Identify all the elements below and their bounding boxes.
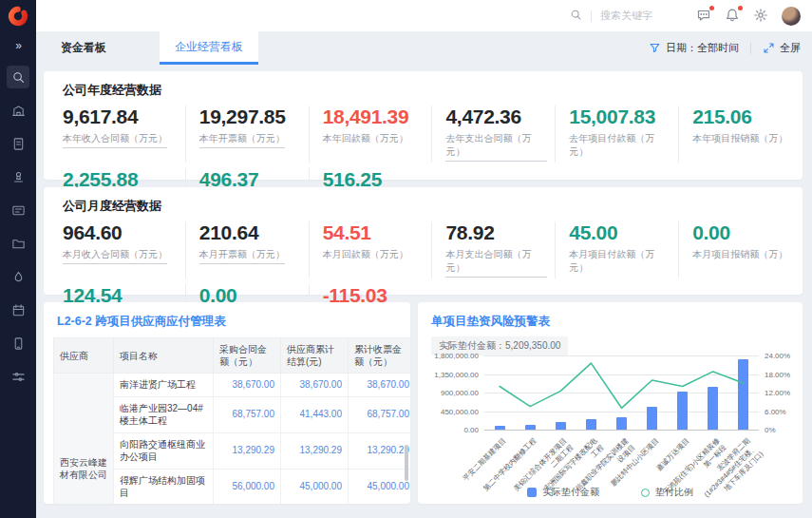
sliders-icon[interactable] — [7, 365, 29, 388]
metric: 18,491.39本年回款额（万元） — [310, 106, 433, 163]
amount-cell[interactable]: 38,670.00 — [349, 374, 411, 397]
metric-label[interactable]: 本月支出合同额（万元） — [445, 248, 547, 278]
metric-label: 本月回款额（万元） — [323, 248, 425, 261]
dashboard-app: » 搜索关键字 资金看板 企业经营 — [0, 0, 812, 518]
stamp-icon[interactable] — [7, 165, 29, 188]
amount-cell[interactable]: 13,290.29 — [349, 432, 411, 469]
gear-icon[interactable] — [753, 8, 769, 24]
folder-icon[interactable] — [7, 232, 29, 255]
document-check-icon[interactable] — [7, 132, 29, 155]
search-icon — [570, 8, 582, 25]
gridline — [484, 374, 759, 375]
metric-label[interactable]: 本月收入合同额（万元） — [63, 248, 167, 264]
bar-信鑫职业学院实训楼建设项目[interactable] — [616, 417, 627, 430]
monthly-data-card: 公司月度经营数据 964.60本月收入合同额（万元）210.64本月开票额（万元… — [44, 187, 803, 295]
calendar-icon[interactable] — [7, 298, 29, 321]
sidebar-nav — [7, 66, 29, 388]
metric: 45.00本月项目付款额（万元） — [556, 221, 679, 278]
legend-item-line[interactable]: 垫付比例 — [641, 486, 693, 499]
amount-cell[interactable]: 45,000.00 — [349, 469, 411, 504]
notification-dot — [709, 6, 714, 10]
metric: 964.60本月收入合同额（万元） — [63, 221, 186, 278]
ink-drop-icon[interactable] — [7, 265, 29, 288]
metric-label: 本年回款额（万元） — [323, 132, 425, 145]
metric-label[interactable]: 本年收入合同额（万元） — [63, 132, 167, 148]
metric-label: 本月项目付款额（万元） — [569, 248, 670, 275]
table-header-cell: 项目名称 — [114, 338, 214, 374]
supplier-cell: 西安云峰建材有限公司 — [54, 374, 114, 505]
y-axis-right-tick: 6.00% — [765, 407, 786, 415]
table-header-cell: 累计收票金额（元） — [349, 338, 411, 374]
amount-cell[interactable]: 56,000.00 — [214, 469, 281, 504]
y-axis-right-tick: 0% — [765, 426, 776, 434]
tab-bar: 资金看板 企业经营看板 日期：全部时间 全屏 — [36, 31, 812, 65]
building-icon[interactable] — [7, 99, 29, 122]
bar-legend-icon — [527, 488, 537, 497]
line-legend-icon — [641, 489, 650, 497]
amount-cell[interactable]: 13,290.29 — [281, 432, 349, 469]
metric-label[interactable]: 本月开票额（万元） — [199, 248, 285, 264]
metric-value: 9,617.84 — [63, 106, 178, 127]
annual-data-card: 公司年度经营数据 9,617.84本年收入合同额（万元）19,297.85本年开… — [44, 71, 803, 180]
metric: 15,007.83去年项目付款额（万元） — [556, 106, 679, 163]
table-row[interactable]: 西安云峰建材有限公司南洋进贤广场工程38,670.0038,670.0038,6… — [54, 374, 411, 397]
search-divider — [591, 10, 592, 22]
amount-cell[interactable]: 45,000.00 — [281, 469, 349, 504]
metric-label[interactable]: 本年开票额（万元） — [199, 132, 285, 148]
bar-宏波学府二期(1#2#3#4#5#住宅楼、地下车库及门口)[interactable] — [738, 359, 748, 430]
id-card-icon[interactable] — [7, 199, 29, 221]
bar-平安二期基建项目[interactable] — [495, 426, 505, 430]
table-scrollbar[interactable] — [405, 445, 408, 481]
bar-嘉诚万达项目[interactable] — [677, 392, 688, 430]
supplier-table-head: 供应商项目名称采购合同金额（元）供应商累计结算(元)累计收票金额（元）累计付款金… — [54, 338, 411, 374]
amount-cell[interactable]: 68,757.00 — [214, 396, 281, 432]
message-icon[interactable] — [696, 8, 712, 24]
metric-value: 19,297.85 — [199, 106, 301, 127]
filter-funnel-icon — [649, 42, 661, 54]
bar-宏洲国际写字楼改配电工程[interactable] — [586, 419, 596, 430]
annual-title: 公司年度经营数据 — [44, 71, 803, 99]
supplier-table-body: 西安云峰建材有限公司南洋进贤广场工程38,670.0038,670.0038,6… — [54, 374, 411, 505]
amount-cell[interactable]: 41,443.00 — [281, 396, 349, 432]
sidebar-collapse-icon[interactable]: » — [15, 39, 21, 58]
tab-funds-board[interactable]: 资金看板 — [61, 31, 106, 65]
amount-cell[interactable]: 38,670.00 — [214, 374, 281, 397]
bar-鹏比特中山小区项目[interactable] — [647, 407, 657, 430]
bar-美锦汇综合体开发项目二期工程[interactable] — [556, 422, 566, 430]
metric-label: 本年项目报销额（万） — [692, 132, 795, 145]
bell-icon[interactable] — [725, 8, 741, 24]
app-logo-icon[interactable] — [7, 5, 29, 28]
metric-value: 0.00 — [692, 222, 795, 243]
metric-value: 18,491.39 — [323, 106, 425, 127]
metric-value: 964.60 — [63, 222, 178, 243]
legend-item-bar[interactable]: 实际垫付金额 — [527, 486, 599, 499]
device-icon[interactable] — [7, 332, 29, 355]
user-avatar[interactable] — [782, 7, 801, 26]
metric: 78.92本月支出合同额（万元） — [432, 221, 556, 278]
metric-value: 54.51 — [323, 222, 425, 243]
metric-label[interactable]: 去年支出合同额（万元） — [445, 132, 547, 162]
fullscreen-icon — [763, 42, 775, 54]
amount-cell[interactable]: 38,670.00 — [281, 374, 349, 397]
risk-chart-title: 单项目垫资风险预警表 — [418, 302, 803, 330]
tab-enterprise-board[interactable]: 企业经营看板 — [160, 31, 258, 65]
amount-cell[interactable]: 68,757.00 — [349, 396, 411, 432]
search-icon[interactable] — [7, 66, 29, 88]
y-axis-left-tick: 450,000.00 — [429, 407, 479, 415]
supplier-table-card: L2-6-2 跨项目供应商应付管理表 供应商项目名称采购合同金额（元）供应商累计… — [44, 302, 410, 504]
bar-第二中学校内翻修工程[interactable] — [525, 425, 536, 430]
bar-天鸿苑(住宅)小区精装修第一标段[interactable] — [708, 387, 718, 430]
metric: 215.06本年项目报销额（万） — [679, 106, 803, 163]
metric: 0.00本月项目报销额（万） — [679, 221, 803, 278]
date-filter[interactable]: 日期：全部时间 — [666, 41, 739, 55]
risk-chart-card: 单项目垫资风险预警表 实际垫付金额：5,209,350.00 0.000%450… — [418, 302, 803, 504]
fullscreen-button[interactable]: 全屏 — [780, 41, 801, 55]
gridline — [484, 430, 759, 431]
legend-label: 垫付比例 — [655, 486, 693, 499]
global-search[interactable]: 搜索关键字 — [570, 8, 652, 25]
table-header-cell: 供应商累计结算(元) — [281, 338, 349, 374]
metric-value: 215.06 — [692, 106, 795, 127]
header-icons — [696, 7, 801, 26]
amount-cell[interactable]: 13,290.29 — [214, 432, 281, 469]
metric-label: 去年项目付款额（万元） — [569, 132, 670, 159]
